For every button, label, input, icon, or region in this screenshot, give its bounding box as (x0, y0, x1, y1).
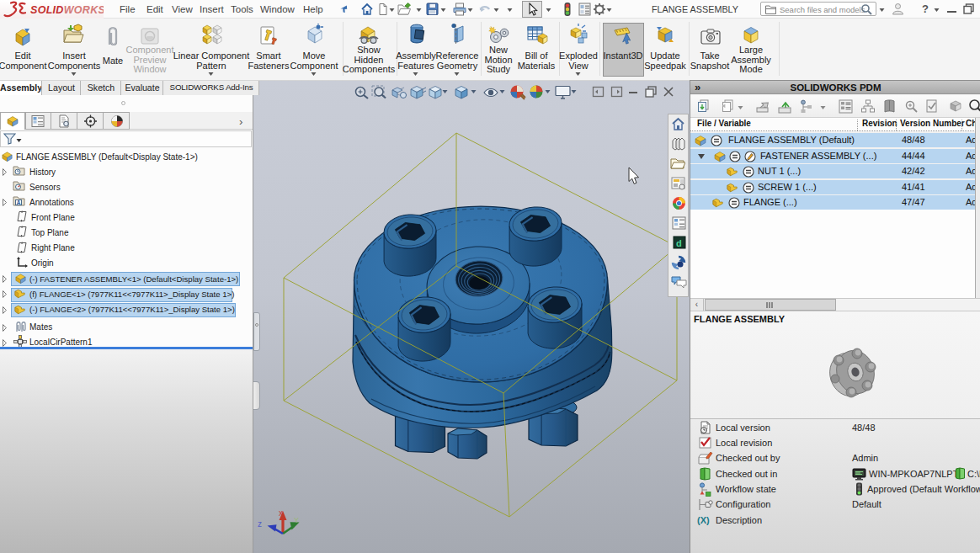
svg-text:SOLIDWORKS: SOLIDWORKS (30, 4, 104, 16)
svg-text:d: d (676, 238, 682, 248)
svg-text:Y: Y (294, 516, 299, 524)
svg-text:A: A (17, 199, 21, 205)
svg-text:z: z (258, 519, 262, 529)
